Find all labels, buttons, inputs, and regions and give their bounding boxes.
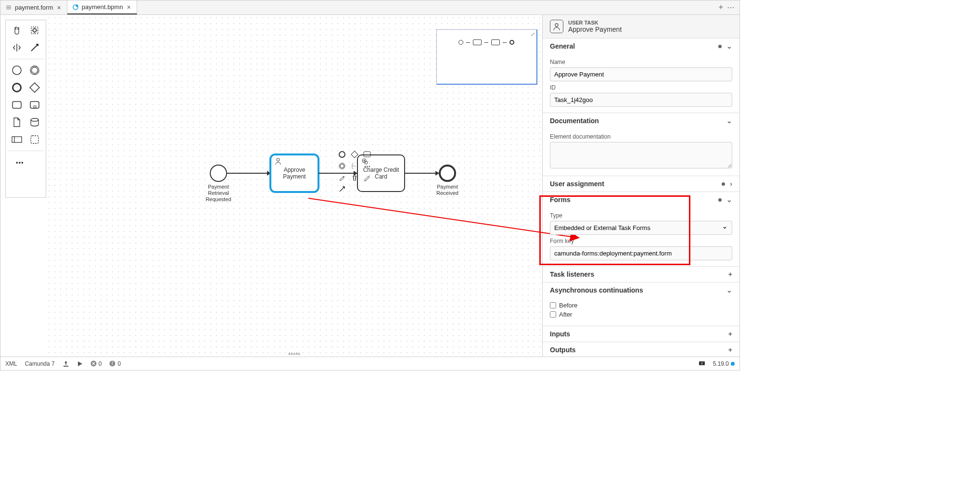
feedback-button[interactable]: !: [699, 360, 705, 367]
warnings-button[interactable]: ! 0: [109, 360, 121, 367]
svg-rect-11: [13, 102, 21, 108]
start-event[interactable]: Payment Retrieval Requested: [210, 165, 227, 182]
tab-label: payment.form: [15, 4, 53, 11]
data-store-tool[interactable]: [28, 116, 41, 128]
svg-line-27: [308, 198, 578, 238]
chevron-down-icon: ⌄: [726, 286, 732, 294]
svg-rect-0: [6, 6, 11, 6]
more-tools[interactable]: •••: [13, 156, 26, 168]
user-task-icon: [550, 20, 563, 33]
id-input[interactable]: [550, 93, 732, 107]
end-event-tool[interactable]: [11, 81, 23, 94]
connect-from[interactable]: [337, 184, 347, 194]
section-inputs-toggle[interactable]: Inputs +: [543, 326, 739, 342]
async-before-checkbox[interactable]: [550, 302, 556, 308]
svg-rect-15: [12, 137, 22, 142]
form-key-label: Form key: [550, 238, 732, 244]
errors-button[interactable]: 0: [90, 360, 102, 367]
change-type[interactable]: ⋯: [362, 161, 372, 171]
tab-payment-form[interactable]: payment.form ×: [0, 0, 67, 14]
annotation-tool[interactable]: [350, 161, 359, 171]
sequence-flow[interactable]: [405, 173, 439, 174]
svg-point-9: [13, 84, 21, 92]
close-icon[interactable]: ×: [56, 4, 62, 12]
form-key-input[interactable]: [550, 246, 732, 260]
append-intermediate[interactable]: [337, 161, 347, 171]
chevron-down-icon: ⌄: [726, 117, 732, 125]
version-label[interactable]: 5.19.0: [713, 360, 735, 367]
documentation-textarea[interactable]: [550, 142, 732, 168]
svg-rect-17: [31, 136, 38, 143]
svg-point-26: [340, 164, 344, 168]
wrench-tool[interactable]: [337, 173, 347, 182]
svg-rect-23: [351, 151, 358, 158]
svg-point-22: [339, 152, 345, 157]
append-task[interactable]: [362, 150, 372, 159]
doc-label: Element documentation: [550, 133, 732, 140]
form-type-select[interactable]: Embedded or External Task Forms: [550, 221, 732, 235]
intermediate-event-tool[interactable]: [28, 64, 41, 77]
run-button[interactable]: [77, 361, 83, 367]
section-async-toggle[interactable]: Asynchronous continuations ⌄: [543, 282, 739, 298]
append-gateway[interactable]: [350, 150, 359, 159]
lasso-tool[interactable]: [28, 24, 41, 37]
svg-point-14: [31, 118, 38, 121]
status-bar: XML Camunda 7 0 ! 0 ! 5.19.0: [0, 357, 739, 370]
element-name: Approve Payment: [568, 26, 622, 33]
data-object-tool[interactable]: [11, 116, 23, 128]
name-input[interactable]: [550, 67, 732, 81]
minimap[interactable]: ⤢: [436, 29, 537, 85]
color-tool[interactable]: [362, 173, 372, 182]
section-general-toggle[interactable]: General ⌄: [543, 38, 739, 54]
svg-text:!: !: [112, 361, 113, 366]
tab-label: payment.bpmn: [82, 3, 123, 11]
hand-tool[interactable]: [11, 24, 23, 37]
async-after-checkbox[interactable]: [550, 311, 556, 318]
panel-resize-handle[interactable]: ▴▴▴▴▴: [288, 350, 300, 356]
gateway-tool[interactable]: [28, 81, 41, 94]
group-tool[interactable]: [28, 133, 41, 146]
add-icon[interactable]: +: [728, 330, 732, 338]
subprocess-tool[interactable]: [28, 99, 41, 111]
tab-payment-bpmn[interactable]: payment.bpmn ×: [67, 0, 137, 14]
user-task-approve[interactable]: Approve Payment: [270, 154, 318, 192]
start-event-tool[interactable]: [11, 64, 23, 77]
pool-tool[interactable]: [11, 133, 23, 146]
sequence-flow[interactable]: [227, 173, 270, 174]
form-icon: [5, 4, 12, 11]
section-forms-toggle[interactable]: Forms ⌄: [543, 192, 739, 207]
task-tool[interactable]: [11, 99, 23, 111]
element-header: USER TASK Approve Payment: [543, 15, 739, 38]
section-outputs-toggle[interactable]: Outputs +: [543, 342, 739, 357]
xml-toggle[interactable]: XML: [5, 360, 17, 367]
section-documentation-toggle[interactable]: Documentation ⌄: [543, 113, 739, 128]
section-user-assignment-toggle[interactable]: User assignment ›: [543, 176, 739, 192]
add-icon[interactable]: +: [728, 270, 732, 278]
svg-point-6: [13, 66, 21, 75]
bpmn-canvas[interactable]: ⤢ Payment Retrieval Requested: [46, 15, 542, 357]
user-icon: [274, 157, 282, 166]
context-pad: ⋯: [337, 150, 373, 194]
tabs-bar: payment.form × payment.bpmn × + ⋯: [0, 0, 739, 15]
form-type-label: Type: [550, 212, 732, 219]
tab-menu-button[interactable]: ⋯: [727, 3, 735, 12]
append-end-event[interactable]: [337, 150, 347, 159]
deploy-button[interactable]: [63, 360, 69, 367]
svg-rect-13: [34, 106, 36, 108]
connect-tool[interactable]: [28, 41, 41, 54]
end-event[interactable]: Payment Received: [439, 165, 456, 182]
chevron-down-icon: ⌄: [726, 42, 732, 50]
chevron-down-icon: ⌄: [726, 196, 732, 204]
bpmn-icon: [72, 4, 79, 11]
add-icon[interactable]: +: [728, 346, 732, 354]
minimap-collapse-icon[interactable]: ⤢: [531, 31, 535, 38]
space-tool[interactable]: [11, 41, 23, 54]
platform-label[interactable]: Camunda 7: [25, 360, 55, 367]
close-icon[interactable]: ×: [126, 3, 132, 11]
svg-rect-12: [30, 102, 39, 108]
svg-point-18: [277, 158, 280, 161]
svg-point-8: [32, 67, 38, 74]
delete-tool[interactable]: [350, 173, 359, 182]
new-tab-button[interactable]: +: [719, 3, 723, 12]
section-task-listeners-toggle[interactable]: Task listeners +: [543, 267, 739, 282]
